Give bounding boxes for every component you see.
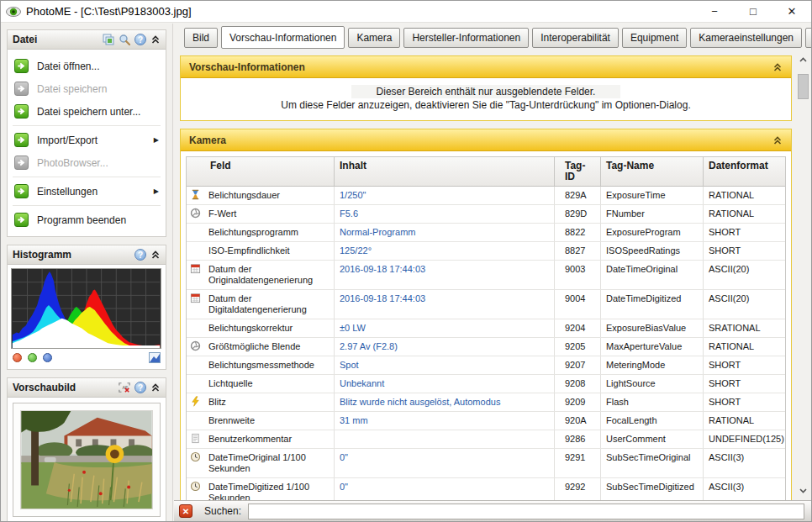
field-name: Blitz (208, 397, 329, 408)
preview-image[interactable] (20, 410, 153, 509)
field-value: Unbekannt (334, 375, 554, 393)
tag-id: 9205 (554, 338, 600, 356)
photo-stack-icon[interactable] (103, 34, 114, 45)
data-format: SHORT (703, 356, 785, 374)
tab-kamera[interactable]: Kamera (348, 28, 400, 48)
maximize-button[interactable]: □ (734, 1, 772, 22)
table-row[interactable]: BelichtungsmessmethodeSpot9207MeteringMo… (187, 356, 785, 375)
green-arrow-icon (14, 82, 29, 96)
table-row[interactable]: Belichtungsdauer1/250"829AExposureTimeRA… (187, 187, 785, 205)
scrollbar-thumb[interactable] (798, 74, 809, 99)
tab-interoperabilität[interactable]: Interoperabilität (532, 28, 619, 48)
collapse-icon[interactable] (150, 250, 161, 260)
column-header-tag-name[interactable]: Tag-Name (600, 157, 703, 186)
section-collapse-icon[interactable] (772, 135, 783, 145)
table-row[interactable]: Brennweite31 mm920AFocalLengthRATIONAL (187, 412, 785, 430)
tab-bar: BildVorschau-InformationenKameraHerstell… (174, 23, 811, 52)
menu-item-datei-ffnen[interactable]: Datei öffnen... (8, 55, 166, 77)
tag-id: 9209 (554, 393, 600, 411)
exif-table: FeldInhaltTag-IDTag-NameDatenformatBelic… (186, 156, 786, 500)
field-name: Lichtquelle (208, 378, 329, 389)
tag-id: 8827 (554, 242, 600, 260)
table-row[interactable]: LichtquelleUnbekannt9208LightSourceSHORT (187, 375, 785, 393)
tab-kameraeinstellungen[interactable]: Kameraeinstellungen (690, 28, 802, 48)
tab-bild[interactable]: Bild (184, 28, 218, 48)
histogram-panel-title: Histogramm (13, 249, 71, 261)
tag-name: FNumber (600, 205, 703, 223)
aperture-icon (190, 208, 205, 219)
data-format: RATIONAL (703, 187, 785, 204)
tab-equipment[interactable]: Equipment (622, 28, 687, 48)
collapse-icon[interactable] (150, 382, 161, 393)
help-icon[interactable]: ? (134, 249, 146, 261)
scale-toggle-icon[interactable] (149, 352, 161, 363)
menu-item-label: Datei öffnen... (37, 61, 100, 72)
minimize-button[interactable]: − (695, 1, 734, 22)
field-value: 125/22° (334, 242, 554, 260)
scroll-up-icon[interactable] (797, 54, 809, 66)
camera-header[interactable]: Kamera (181, 129, 791, 151)
menu-item-label: Import/Export (37, 134, 98, 146)
field-name: Belichtungsprogramm (208, 227, 329, 238)
data-format: SHORT (703, 393, 785, 411)
search-input[interactable] (248, 504, 804, 519)
table-row[interactable]: Datum der Originaldatengenerierung2016-0… (187, 261, 785, 290)
tag-name: LightSource (600, 375, 703, 393)
tab-mehr[interactable]: Mehr... (805, 28, 812, 48)
preview-info-header[interactable]: Vorschau-Informationen (181, 56, 791, 78)
table-row[interactable]: BelichtungsprogrammNormal-Programm8822Ex… (187, 224, 785, 242)
menu-item-einstellungen[interactable]: Einstellungen▶ (8, 180, 166, 203)
menu-separator (13, 125, 161, 126)
close-button[interactable]: ✕ (772, 1, 811, 22)
scroll-down-icon[interactable] (797, 484, 809, 497)
window-title: PhotoME - [C:\Test\P9183003.jpg] (26, 5, 192, 18)
tag-name: MeteringMode (600, 356, 703, 374)
table-row[interactable]: Benutzerkommentar9286UserCommentUNDEFINE… (187, 430, 785, 449)
menu-item-datei-speichern-unter[interactable]: Datei speichern unter... (8, 100, 166, 123)
help-icon[interactable]: ? (134, 34, 146, 45)
field-name: Brennweite (208, 415, 329, 426)
vertical-scrollbar[interactable] (796, 54, 810, 498)
table-row[interactable]: F-WertF5.6829DFNumberRATIONAL (187, 205, 785, 224)
field-value: Spot (334, 356, 554, 374)
table-row[interactable]: DateTimeOriginal 1/100 Sekunden0"9291Sub… (187, 449, 785, 478)
data-format: SHORT (703, 375, 785, 393)
blue-channel-button[interactable] (43, 353, 52, 362)
tag-name: MaxApertureValue (600, 338, 703, 356)
field-name: DateTimeDigitized 1/100 Sekunden (208, 482, 329, 500)
column-header-inhalt[interactable]: Inhalt (334, 157, 554, 186)
green-channel-button[interactable] (28, 353, 37, 362)
field-value: ±0 LW (334, 319, 554, 337)
help-icon[interactable]: ? (134, 382, 146, 393)
tab-hersteller-informationen[interactable]: Hersteller-Informationen (403, 28, 529, 48)
collapse-icon[interactable] (150, 34, 161, 45)
table-row[interactable]: Belichtungskorrektur±0 LW9204ExposureBia… (187, 319, 785, 338)
table-row[interactable]: ISO-Empfindlichkeit125/22°8827ISOSpeedRa… (187, 242, 785, 261)
table-row[interactable]: DateTimeDigitized 1/100 Sekunden0"9292Su… (187, 478, 785, 500)
data-format: ASCII(3) (703, 449, 785, 477)
red-channel-button[interactable] (13, 353, 22, 362)
table-row[interactable]: Datum der Digitaldatengenerierung2016-09… (187, 290, 785, 319)
clock-icon (190, 451, 205, 462)
column-header-feld[interactable]: Feld (187, 157, 334, 186)
search-icon[interactable] (119, 34, 130, 45)
file-panel-title: Datei (13, 34, 37, 45)
section-collapse-icon[interactable] (772, 62, 783, 72)
tag-id: 9003 (554, 261, 600, 289)
tag-name: DateTimeOriginal (600, 261, 703, 289)
column-header-datenformat[interactable]: Datenformat (703, 157, 785, 186)
af-points-icon[interactable]: AF (119, 382, 130, 393)
table-row[interactable]: Größtmögliche Blende2.97 Av (F2.8)9205Ma… (187, 338, 785, 356)
green-arrow-icon (14, 133, 29, 147)
photome-logo-icon (6, 6, 21, 18)
table-row[interactable]: BlitzBlitz wurde nicht ausgelöst, Automo… (187, 393, 785, 412)
tag-name: Flash (600, 393, 703, 411)
tag-name: FocalLength (600, 412, 703, 430)
column-header-tag-id[interactable]: Tag-ID (554, 157, 600, 186)
close-search-icon[interactable]: ✕ (179, 504, 192, 518)
menu-item-programm-beenden[interactable]: Programm beenden (8, 208, 166, 231)
preview-panel-header: Vorschaubild AF ? (8, 378, 166, 398)
menu-item-import-export[interactable]: Import/Export▶ (8, 129, 166, 151)
tab-vorschau-informationen[interactable]: Vorschau-Informationen (221, 26, 345, 49)
menu-item-photobrowser: PhotoBrowser... (8, 151, 166, 174)
